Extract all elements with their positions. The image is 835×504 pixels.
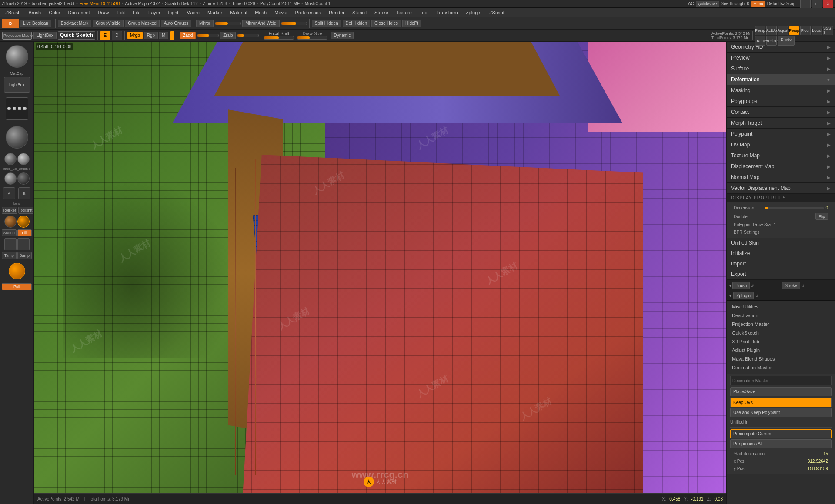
precompute-current-btn[interactable]: Precompute Current xyxy=(730,429,832,438)
main-canvas[interactable]: 人人素材 人人素材 人人素材 人人素材 人人素材 人人素材 人人素材 人人素材 … xyxy=(34,42,726,494)
menu-layer[interactable]: Layer xyxy=(145,9,164,16)
masking-btn[interactable]: Masking ▶ xyxy=(727,85,835,96)
menu-document[interactable]: Document xyxy=(65,9,94,16)
deformation-btn[interactable]: Deformation ▼ xyxy=(727,74,835,85)
persp2-btn[interactable]: Persp xyxy=(789,26,799,35)
wrap-sphere-1[interactable] xyxy=(4,172,17,185)
menu-tool[interactable]: Tool xyxy=(416,9,432,16)
projection-master-item[interactable]: Projection Master xyxy=(727,320,835,328)
smooth-sphere[interactable] xyxy=(3,123,31,151)
polygroups-btn[interactable]: Polygroups ▶ xyxy=(727,96,835,106)
menu-movie[interactable]: Movie xyxy=(271,9,291,16)
adjust-plugin-item[interactable]: Adjust Plugin xyxy=(727,346,835,355)
menu-material[interactable]: Material xyxy=(227,9,250,16)
group-masked-btn[interactable]: Group Masked xyxy=(125,20,160,27)
sss3-btn[interactable]: SSS 3 xyxy=(823,26,833,35)
small-brush-2[interactable] xyxy=(17,153,30,165)
mirror-slider[interactable] xyxy=(215,22,241,25)
rollref-btn[interactable]: RollRef xyxy=(2,207,17,214)
auto-groups-btn[interactable]: Auto Groups xyxy=(161,20,191,27)
material-sphere[interactable] xyxy=(3,43,31,70)
export-btn[interactable]: Export xyxy=(727,269,835,279)
menu-zscript[interactable]: ZScript xyxy=(486,9,508,16)
menu-macro[interactable]: Macro xyxy=(183,9,203,16)
dimension-slider[interactable] xyxy=(765,207,824,209)
zadd-slider[interactable] xyxy=(197,34,219,37)
stroke-btn[interactable]: Stroke xyxy=(782,282,801,289)
lightbox-btn[interactable]: LightBox xyxy=(33,32,57,39)
normal-map-btn[interactable]: Normal Map ▶ xyxy=(727,172,835,182)
preview-btn[interactable]: Preview ▶ xyxy=(727,53,835,63)
zsub-slider[interactable] xyxy=(237,34,259,37)
projection-master-btn[interactable]: Projection Master xyxy=(2,32,32,40)
mirror-weld-btn[interactable]: Mirror And Weld xyxy=(242,20,280,27)
mirror-weld-slider[interactable] xyxy=(281,22,307,25)
rollshft-btn[interactable]: Rollshft xyxy=(18,207,34,214)
small-brush-1[interactable] xyxy=(4,153,17,165)
morph-target-btn[interactable]: Morph Target ▶ xyxy=(727,118,835,128)
local-btn[interactable]: Local xyxy=(812,26,822,35)
edit-btn[interactable]: E xyxy=(100,31,110,40)
m-btn[interactable]: M xyxy=(159,32,168,39)
displacement-map-btn[interactable]: Displacement Map ▶ xyxy=(727,161,835,172)
maya-blend-item[interactable]: Maya Blend Shapes xyxy=(727,355,835,363)
menu-zplugin[interactable]: Zplugin xyxy=(462,9,485,16)
adjust-btn[interactable]: Adjust xyxy=(778,26,788,35)
flip-btn[interactable]: Flip xyxy=(815,213,828,220)
actup-btn[interactable]: ActUp xyxy=(766,26,777,35)
mirror-btn[interactable]: Mirror xyxy=(196,20,214,27)
color-swatch[interactable] xyxy=(170,31,174,40)
resize-btn[interactable]: Resize xyxy=(766,36,777,46)
menu-stroke[interactable]: Stroke xyxy=(371,9,392,16)
menu-mesh[interactable]: Mesh xyxy=(251,9,270,16)
menu-light[interactable]: Light xyxy=(165,9,182,16)
group-visible-btn[interactable]: GroupVisible xyxy=(93,20,124,27)
menu-render[interactable]: Render xyxy=(325,9,348,16)
focal-shift-slider[interactable] xyxy=(264,36,294,40)
live-boolean-icon[interactable]: B xyxy=(2,19,19,28)
menu-color[interactable]: Color xyxy=(45,9,63,16)
menu-file[interactable]: File xyxy=(129,9,144,16)
topology-a-btn[interactable]: A xyxy=(3,187,15,199)
uv-map-btn[interactable]: UV Map ▶ xyxy=(727,139,835,150)
draw-size-slider[interactable] xyxy=(297,36,327,40)
deactivation-item[interactable]: Deactivation xyxy=(727,311,835,320)
zplugin-btn[interactable]: Zplugin xyxy=(733,292,754,299)
place-save-btn[interactable]: Place/Save xyxy=(730,387,832,396)
draw-btn[interactable]: D xyxy=(112,31,122,40)
stamp-sphere[interactable] xyxy=(4,216,17,228)
wrap-sphere-2[interactable] xyxy=(17,172,30,185)
keep-uvs-btn[interactable]: Keep UVs xyxy=(730,398,832,407)
menu-draw[interactable]: Draw xyxy=(94,9,113,16)
quicksketch-item[interactable]: QuickSketch xyxy=(727,328,835,337)
del-hidden-btn[interactable]: Del Hidden xyxy=(343,20,370,27)
mrgb-btn[interactable]: Mrgb xyxy=(127,32,143,39)
quick-sketch-label[interactable]: Quick Sketch xyxy=(60,33,93,38)
misc-utilities-item[interactable]: Misc Utilities xyxy=(727,302,835,311)
maximize-btn[interactable]: □ xyxy=(812,0,822,9)
pull-btn[interactable]: Pull xyxy=(2,283,32,290)
hide-pt-btn[interactable]: HidePt xyxy=(402,20,421,27)
menu-zbrush[interactable]: ZBrush xyxy=(2,9,24,16)
unified-skin-btn[interactable]: Unified Skin xyxy=(727,238,835,248)
divide-btn[interactable]: Divide xyxy=(778,36,795,46)
split-hidden-btn[interactable]: Split Hidden xyxy=(312,20,341,27)
menu-stencil[interactable]: Stencil xyxy=(349,9,370,16)
tamp-icon[interactable] xyxy=(4,238,17,250)
close-holes-btn[interactable]: Close Holes xyxy=(371,20,401,27)
bamp-icon[interactable] xyxy=(17,238,30,250)
close-btn[interactable]: ✕ xyxy=(823,0,833,9)
fill-btn[interactable]: Fill xyxy=(17,229,32,236)
quick-save-btn[interactable]: QuickSave xyxy=(696,1,719,7)
menu-preferences[interactable]: Preferences xyxy=(292,9,324,16)
zsub-btn[interactable]: Zsub xyxy=(220,32,236,39)
brush-btn[interactable]: Brush xyxy=(732,282,750,289)
dynamic-btn[interactable]: Dynamic xyxy=(331,32,354,39)
menu-edit[interactable]: Edit xyxy=(113,9,128,16)
brush-dots-preview[interactable] xyxy=(3,95,31,123)
import-btn[interactable]: Import xyxy=(727,259,835,269)
texture-map-btn[interactable]: Texture Map ▶ xyxy=(727,150,835,161)
stamp-btn[interactable]: Stamp xyxy=(2,229,17,236)
tamp-btn[interactable]: Tamp xyxy=(2,252,17,259)
initialize-btn[interactable]: Initialize xyxy=(727,248,835,259)
